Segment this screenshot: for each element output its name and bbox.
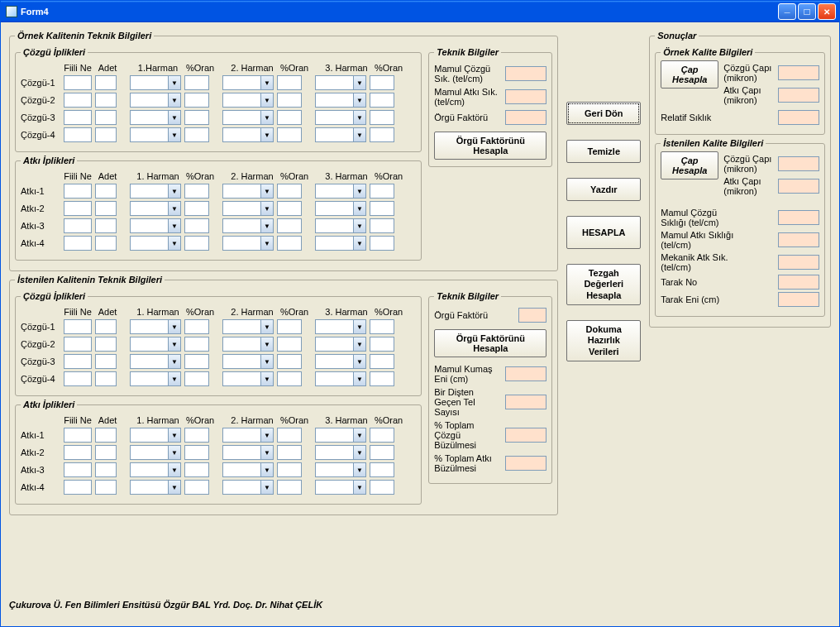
- c1-u-c0-adet[interactable]: [95, 75, 117, 90]
- chevron-down-icon[interactable]: ▼: [260, 218, 274, 233]
- chevron-down-icon[interactable]: ▼: [353, 218, 366, 233]
- chevron-down-icon[interactable]: ▼: [353, 110, 366, 125]
- mamul-atki-sik-input[interactable]: [505, 89, 546, 104]
- chevron-down-icon[interactable]: ▼: [168, 480, 181, 495]
- chevron-down-icon[interactable]: ▼: [168, 218, 181, 233]
- chevron-down-icon[interactable]: ▼: [353, 201, 366, 216]
- group-ornek-teknik: Örnek Kalitenin Teknik Bilgileri Çözgü İ…: [9, 31, 558, 271]
- orgu-faktorunu-hesapla-button-2[interactable]: Örgü Faktörünü Hesapla: [434, 329, 546, 357]
- chevron-down-icon[interactable]: ▼: [353, 319, 366, 334]
- c1-u-c0-fiiline[interactable]: [64, 75, 92, 90]
- group-cozgu-iplik-1: Çözgü İplikleri Fiili Ne Adet 1.Harman %…: [15, 47, 422, 152]
- group-cozgu-iplik-2: Çözgü İplikleri Fiili Ne Adet 1. Harman …: [15, 291, 422, 396]
- chevron-down-icon[interactable]: ▼: [353, 480, 366, 495]
- titlebar: Form4: [1, 1, 839, 22]
- ornek-cozgu-capi-out: [778, 65, 819, 80]
- c1-u-c0-h1[interactable]: [130, 75, 168, 90]
- bir-disten-input[interactable]: [505, 395, 546, 409]
- temizle-button[interactable]: Temizle: [566, 140, 641, 163]
- chevron-down-icon[interactable]: ▼: [353, 93, 366, 108]
- legend-istenilen-teknik: İstenilen Kalitenin Teknik Bilgileri: [15, 275, 165, 285]
- orgu-faktorunu-hesapla-button-1[interactable]: Örgü Faktörünü Hesapla: [434, 132, 546, 160]
- cap-hesapla-button-1[interactable]: Çap Hesapla: [661, 60, 718, 89]
- chevron-down-icon[interactable]: ▼: [260, 462, 274, 477]
- geri-don-button[interactable]: Geri Dön: [566, 102, 641, 125]
- toplam-cozgu-buz-input[interactable]: [505, 428, 546, 443]
- app-window: Form4 Örnek Kalitenin Teknik Bilgileri Ç…: [0, 0, 840, 627]
- chevron-down-icon[interactable]: ▼: [260, 184, 274, 199]
- chevron-down-icon[interactable]: ▼: [260, 319, 274, 334]
- ist-atki-capi-out: [778, 179, 819, 194]
- group-atki-iplik-1: Atkı İplikleri Fiili Ne Adet 1. Harman %…: [15, 156, 422, 261]
- mekanik-atk-sik-out: [778, 255, 819, 270]
- minimize-button[interactable]: [778, 3, 796, 20]
- group-istenilen-teknik: İstenilen Kalitenin Teknik Bilgileri Çöz…: [9, 275, 558, 515]
- chevron-down-icon[interactable]: ▼: [168, 371, 181, 386]
- chevron-down-icon[interactable]: ▼: [168, 337, 181, 352]
- chevron-down-icon[interactable]: ▼: [353, 371, 366, 386]
- orgu-faktoru-input-2[interactable]: [518, 308, 546, 323]
- chevron-down-icon[interactable]: ▼: [168, 93, 181, 108]
- chevron-down-icon[interactable]: ▼: [260, 201, 274, 216]
- window-title: Form4: [21, 7, 49, 17]
- mamul-cozgu-sik-input[interactable]: [505, 66, 546, 81]
- chevron-down-icon[interactable]: ▼: [260, 236, 274, 251]
- chevron-down-icon[interactable]: ▼: [168, 445, 181, 460]
- chevron-down-icon[interactable]: ▼: [353, 462, 366, 477]
- app-icon: [6, 6, 17, 17]
- chevron-down-icon[interactable]: ▼: [260, 110, 274, 125]
- chevron-down-icon[interactable]: ▼: [260, 337, 274, 352]
- chevron-down-icon[interactable]: ▼: [353, 236, 366, 251]
- group-ornek-kalite-bilgileri: Örnek Kalite Bilgileri Çap Hesapla Çözgü…: [655, 47, 825, 135]
- chevron-down-icon[interactable]: ▼: [353, 445, 366, 460]
- yazdir-button[interactable]: Yazdır: [566, 178, 641, 201]
- tezgah-button[interactable]: Tezgah Değerleri Hesapla: [566, 264, 641, 305]
- group-sonuclar: Sonuçlar Örnek Kalite Bilgileri Çap Hesa…: [649, 31, 831, 328]
- chevron-down-icon[interactable]: ▼: [168, 201, 181, 216]
- chevron-down-icon[interactable]: ▼: [168, 319, 181, 334]
- cap-hesapla-button-2[interactable]: Çap Hesapla: [661, 151, 718, 179]
- chevron-down-icon[interactable]: ▼: [168, 184, 181, 199]
- chevron-down-icon[interactable]: ▼: [260, 354, 274, 369]
- chevron-down-icon[interactable]: ▼: [260, 127, 274, 142]
- chevron-down-icon[interactable]: ▼: [260, 371, 274, 386]
- chevron-down-icon[interactable]: ▼: [168, 462, 181, 477]
- legend-ornek-teknik: Örnek Kalitenin Teknik Bilgileri: [15, 31, 154, 41]
- chevron-down-icon[interactable]: ▼: [353, 428, 366, 443]
- chevron-down-icon[interactable]: ▼: [353, 75, 366, 90]
- ist-cozgu-capi-out: [778, 156, 819, 171]
- orgu-faktoru-input[interactable]: [505, 110, 546, 125]
- chevron-down-icon[interactable]: ▼: [260, 428, 274, 443]
- c1-u-c0-o1[interactable]: [184, 75, 209, 90]
- chevron-down-icon[interactable]: ▼: [353, 354, 366, 369]
- tarak-no-out: [778, 275, 819, 290]
- tarak-eni-out: [778, 292, 819, 307]
- chevron-down-icon[interactable]: ▼: [353, 337, 366, 352]
- mamul-kumas-eni-input[interactable]: [505, 366, 546, 381]
- ornek-atki-capi-out: [778, 88, 819, 103]
- chevron-down-icon[interactable]: ▼: [353, 184, 366, 199]
- group-teknik-upper: Teknik Bilgiler Mamul Çözgü Sık. (tel/cm…: [428, 47, 552, 167]
- chevron-down-icon[interactable]: ▼: [260, 480, 274, 495]
- relatif-siklik-out: [778, 110, 819, 125]
- chevron-down-icon[interactable]: ▼: [260, 75, 274, 90]
- maximize-button[interactable]: [798, 3, 816, 20]
- group-teknik-lower: Teknik Bilgiler Örgü Faktörü Örgü Faktör…: [428, 291, 552, 484]
- chevron-down-icon[interactable]: ▼: [353, 127, 366, 142]
- group-istenilen-kalite-bilgileri: İstenilen Kalite Bilgileri Çap Hesapla Ç…: [655, 138, 825, 317]
- mamul-cozgu-sikligi-out: [778, 210, 819, 225]
- group-atki-iplik-2: Atkı İplikleri Fiili Ne Adet 1. Harman %…: [15, 400, 422, 505]
- chevron-down-icon[interactable]: ▼: [168, 75, 181, 90]
- toplam-atki-buz-input[interactable]: [505, 456, 546, 471]
- chevron-down-icon[interactable]: ▼: [260, 445, 274, 460]
- close-button[interactable]: [818, 3, 836, 20]
- chevron-down-icon[interactable]: ▼: [168, 428, 181, 443]
- dokuma-button[interactable]: Dokuma Hazırlık Verileri: [566, 320, 641, 361]
- chevron-down-icon[interactable]: ▼: [260, 93, 274, 108]
- chevron-down-icon[interactable]: ▼: [168, 354, 181, 369]
- chevron-down-icon[interactable]: ▼: [168, 127, 181, 142]
- hesapla-button[interactable]: HESAPLA: [566, 216, 641, 249]
- chevron-down-icon[interactable]: ▼: [168, 110, 181, 125]
- footer-credit: Çukurova Ü. Fen Bilimleri Ensitüsü Özgür…: [9, 600, 322, 610]
- chevron-down-icon[interactable]: ▼: [168, 236, 181, 251]
